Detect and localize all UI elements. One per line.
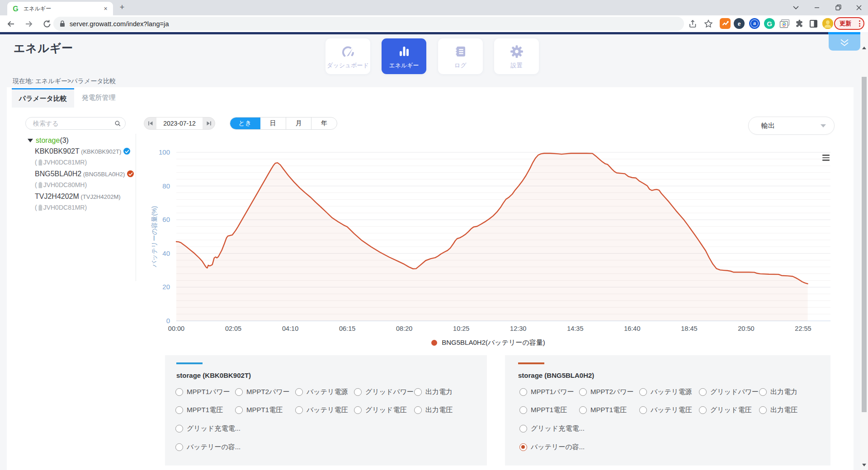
tab-parameter-compare[interactable]: パラメータ比較 <box>12 88 74 108</box>
radio-BNG5BLA0H2-グリッド充電電...[interactable]: グリッド充電電... <box>519 424 585 433</box>
back-button[interactable] <box>5 19 16 29</box>
browser-menu-icon[interactable] <box>859 20 860 27</box>
radio-KBK0BK902T-グリッド電圧[interactable]: グリッド電圧 <box>354 406 406 414</box>
device-search <box>25 117 126 130</box>
radio-BNG5BLA0H2-MPPT2パワー[interactable]: MPPT2パワー <box>579 388 634 396</box>
battery-icon <box>38 182 43 188</box>
extensions-puzzle-icon[interactable] <box>794 19 804 29</box>
page-top-border <box>0 32 828 34</box>
period-option-とき[interactable]: とき <box>230 118 260 129</box>
reload-button[interactable] <box>42 19 52 29</box>
radio-KBK0BK902T-グリッド充電電...[interactable]: グリッド充電電... <box>175 424 241 433</box>
device-item-TVJ2H4202M[interactable]: TVJ2H4202M (TVJ2H4202M) <box>35 193 121 201</box>
radio-KBK0BK902T-バッテリ電圧[interactable]: バッテリ電圧 <box>295 406 348 414</box>
radio-KBK0BK902T-MPPT1電圧[interactable]: MPPT1電圧 <box>235 406 283 414</box>
svg-text:00:00: 00:00 <box>168 325 184 332</box>
line-chart: 020406080100バッテリーの容量(%)00:0002:0504:1006… <box>149 147 845 350</box>
svg-text:80: 80 <box>162 182 170 190</box>
tab-title: エネルギー <box>24 5 102 13</box>
svg-text:10:25: 10:25 <box>453 325 469 332</box>
radio-KBK0BK902T-MPPT2パワー[interactable]: MPPT2パワー <box>235 388 290 396</box>
new-tab-button[interactable]: + <box>118 3 127 12</box>
parameter-panel-2: storage (BNG5BLA0H2)MPPT1パワーMPPT2パワーバッテリ… <box>505 355 830 465</box>
tree-group-storage[interactable]: storage(3) <box>36 136 69 145</box>
share-icon[interactable] <box>688 19 698 29</box>
tab-close-icon[interactable]: × <box>102 5 109 13</box>
device-item-BNG5BLA0H2[interactable]: BNG5BLA0H2 (BNG5BLA0H2) <box>35 170 134 178</box>
nav-card-dashboard[interactable]: ダッシュボード <box>326 38 370 74</box>
period-option-日[interactable]: 日 <box>260 118 286 129</box>
gauge-icon <box>341 44 355 59</box>
window-minimize-button[interactable] <box>807 0 827 15</box>
device-plant-JVH0DC81MR: (JVH0DC81MR) <box>35 204 87 211</box>
svg-text:バッテリーの容量(%): バッテリーの容量(%) <box>151 206 158 268</box>
side-panel-icon[interactable] <box>808 19 819 29</box>
radio-BNG5BLA0H2-バッテリ電源[interactable]: バッテリ電源 <box>639 388 692 396</box>
extension-screenshot-icon[interactable] <box>779 18 790 29</box>
nav-card-label: ログ <box>454 61 467 70</box>
radio-KBK0BK902T-バッテリーの容...[interactable]: バッテリーの容... <box>175 443 241 451</box>
legend-label: BNG5BLA0H2(バッテリーの容量) <box>442 338 545 347</box>
radio-BNG5BLA0H2-MPPT1電圧[interactable]: MPPT1電圧 <box>579 406 627 414</box>
extension-grammarly-icon[interactable]: G <box>764 18 775 29</box>
search-icon[interactable] <box>115 120 121 127</box>
period-option-年[interactable]: 年 <box>311 118 337 129</box>
chart-menu-icon[interactable] <box>822 155 830 161</box>
device-item-KBK0BK902T[interactable]: KBK0BK902T (KBK0BK902T) <box>35 147 130 155</box>
svg-text:0: 0 <box>166 317 170 324</box>
date-picker: 2023-07-12 <box>144 117 215 130</box>
scrollbar-thumb[interactable] <box>862 77 867 412</box>
export-dropdown[interactable]: 輸出 <box>748 117 835 135</box>
tree-expand-caret[interactable] <box>28 139 33 142</box>
svg-text:14:35: 14:35 <box>567 325 583 332</box>
address-bar[interactable]: server.growatt.com/index?lang=ja <box>53 17 684 31</box>
scrollbar-down-icon[interactable] <box>861 464 868 466</box>
radio-BNG5BLA0H2-バッテリーの容...[interactable]: バッテリーの容... <box>519 443 585 451</box>
nav-card-energy[interactable]: エネルギー <box>382 38 426 74</box>
radio-KBK0BK902T-バッテリ電源[interactable]: バッテリ電源 <box>295 388 348 396</box>
extension-a-icon[interactable]: a <box>749 18 760 29</box>
search-input[interactable] <box>33 120 115 127</box>
date-value[interactable]: 2023-07-12 <box>156 118 203 129</box>
bookmark-star-icon[interactable] <box>703 19 713 29</box>
tab-plant-management[interactable]: 発電所管理 <box>74 88 123 108</box>
device-orange-check-icon <box>127 170 134 177</box>
window-chevron-icon[interactable] <box>785 0 806 15</box>
panel-title: storage (KBK0BK902T) <box>176 371 251 379</box>
browser-tab[interactable]: G エネルギー × <box>7 2 113 15</box>
radio-BNG5BLA0H2-出力電圧[interactable]: 出力電圧 <box>759 406 797 414</box>
radio-KBK0BK902T-グリッドパワー[interactable]: グリッドパワー <box>354 388 414 396</box>
date-next-button[interactable] <box>203 121 215 126</box>
radio-KBK0BK902T-出力電力[interactable]: 出力電力 <box>414 388 453 396</box>
scrollbar-up-icon[interactable] <box>861 47 868 49</box>
extension-analytics-icon[interactable] <box>720 18 731 29</box>
date-prev-button[interactable] <box>144 121 156 126</box>
chart-legend[interactable]: BNG5BLA0H2(バッテリーの容量) <box>149 338 827 347</box>
device-blue-check-icon <box>123 148 130 155</box>
extension-e-icon[interactable]: e <box>734 18 745 29</box>
radio-BNG5BLA0H2-グリッド電圧[interactable]: グリッド電圧 <box>699 406 751 414</box>
period-option-月[interactable]: 月 <box>286 118 312 129</box>
battery-icon <box>38 159 43 166</box>
radio-KBK0BK902T-出力電圧[interactable]: 出力電圧 <box>414 406 453 414</box>
device-plant-JVH0DC80MH: (JVH0DC80MH) <box>35 181 87 188</box>
profile-avatar[interactable] <box>822 18 833 29</box>
radio-KBK0BK902T-MPPT1パワー[interactable]: MPPT1パワー <box>175 388 230 396</box>
nav-card-log[interactable]: ログ <box>438 38 483 74</box>
radio-BNG5BLA0H2-MPPT1電圧[interactable]: MPPT1電圧 <box>519 406 567 414</box>
radio-BNG5BLA0H2-出力電力[interactable]: 出力電力 <box>759 388 797 396</box>
forward-button[interactable] <box>24 19 34 29</box>
svg-text:02:05: 02:05 <box>225 325 241 332</box>
panel-accent-line <box>518 362 544 364</box>
radio-BNG5BLA0H2-バッテリ電圧[interactable]: バッテリ電圧 <box>639 406 692 414</box>
nav-card-settings[interactable]: 設置 <box>494 38 539 74</box>
window-close-button[interactable] <box>849 0 868 15</box>
radio-BNG5BLA0H2-グリッドパワー[interactable]: グリッドパワー <box>699 388 759 396</box>
collapse-header-button[interactable] <box>829 34 860 51</box>
chrome-update-button[interactable]: 更新 <box>834 17 864 30</box>
radio-KBK0BK902T-MPPT1電圧[interactable]: MPPT1電圧 <box>175 406 223 414</box>
bar-chart-icon <box>397 44 411 59</box>
window-restore-button[interactable] <box>828 0 849 15</box>
svg-text:20: 20 <box>162 283 170 291</box>
radio-BNG5BLA0H2-MPPT1パワー[interactable]: MPPT1パワー <box>519 388 574 396</box>
